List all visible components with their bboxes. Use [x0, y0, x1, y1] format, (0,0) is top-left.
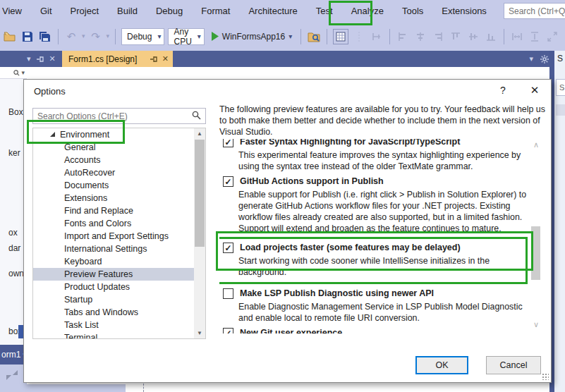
tree-node-task-list[interactable]: Task List — [33, 319, 205, 331]
tree-node-international-settings[interactable]: International Settings — [33, 243, 205, 255]
save-all-icon[interactable] — [38, 30, 52, 44]
quick-search-input[interactable] — [504, 3, 565, 19]
feature-label: GitHub Actions support in Publish — [240, 176, 384, 187]
align-rights-icon[interactable] — [431, 30, 445, 44]
align-middles-icon[interactable] — [466, 30, 480, 44]
tree-node-product-updates[interactable]: Product Updates — [33, 281, 205, 293]
toolbar-separator — [58, 29, 59, 44]
tree-node-keyboard[interactable]: Keyboard — [33, 255, 205, 268]
menu-view[interactable]: View — [0, 0, 31, 22]
tree-node-startup[interactable]: Startup — [33, 293, 205, 306]
document-tab-strip: ▾ ✕ Form1.cs [Design] ✕ ▾ — [0, 51, 554, 67]
tree-node-autorecover[interactable]: AutoRecover — [33, 166, 205, 179]
redo-dropdown-icon[interactable]: ▾ — [107, 33, 110, 39]
start-debugging-button[interactable]: WinFormsApp16 ▾ — [208, 28, 295, 45]
toolbox-item-fragment[interactable]: own — [8, 269, 24, 278]
feature-checkbox[interactable]: ✓ — [223, 176, 233, 187]
menu-test[interactable]: Test — [307, 0, 342, 22]
scroll-up-icon[interactable]: ∧ — [530, 140, 542, 149]
expanded-triangle-icon[interactable] — [50, 132, 55, 137]
undo-dropdown-icon[interactable]: ▾ — [82, 33, 85, 39]
toolbox-item-fragment[interactable]: dar — [8, 243, 20, 253]
feature-checkbox[interactable]: ✓ — [223, 139, 233, 147]
size-to-grid-icon[interactable] — [545, 30, 559, 44]
menu-tools[interactable]: Tools — [393, 0, 432, 22]
feature-item-load-projects-faster: ✓ Load projects faster (some features ma… — [219, 242, 525, 278]
resize-grip[interactable] — [542, 373, 549, 380]
snap-lines-icon[interactable] — [352, 30, 366, 44]
toolbar-separator — [300, 29, 301, 44]
pin-icon[interactable] — [37, 56, 44, 63]
pin-icon[interactable] — [150, 56, 157, 63]
close-dialog-button[interactable]: ✕ — [528, 84, 542, 97]
ok-button[interactable]: OK — [415, 356, 468, 374]
close-icon[interactable]: ✕ — [49, 54, 56, 63]
features-scrollbar[interactable]: ∧ ∨ — [530, 140, 542, 332]
gear-icon[interactable] — [540, 55, 549, 63]
chevron-down-icon[interactable]: ▾ — [529, 54, 533, 63]
menu-debug[interactable]: Debug — [147, 0, 192, 22]
tree-node-fonts-and-colors[interactable]: Fonts and Colors — [33, 217, 205, 230]
scroll-down-icon[interactable]: ▼ — [194, 328, 205, 338]
tab-label: Form1.cs [Design] — [68, 54, 137, 64]
tree-scrollbar[interactable]: ▲ ▼ — [194, 128, 205, 338]
undo-icon[interactable]: ↶ — [64, 30, 78, 44]
chevron-down-icon[interactable]: ▾ — [27, 54, 31, 63]
tree-node-preview-features[interactable]: Preview Features — [33, 268, 205, 281]
platform-combobox[interactable]: Any CPU ▾ — [168, 28, 204, 45]
menu-project[interactable]: Project — [61, 0, 108, 22]
find-in-files-icon[interactable] — [307, 30, 321, 44]
toolbar: ↶ ▾ ↷ ▾ Debug ▾ Any CPU ▾ WinFormsApp16 … — [0, 22, 565, 51]
menu-analyze[interactable]: Analyze — [342, 0, 393, 22]
make-same-height-icon[interactable] — [528, 30, 542, 44]
make-same-width-icon[interactable] — [510, 30, 524, 44]
tree-node-environment[interactable]: Environment — [33, 128, 205, 141]
tree-node-general[interactable]: General — [33, 141, 205, 154]
configuration-combobox[interactable]: Debug ▾ — [121, 28, 164, 45]
align-lefts-icon[interactable] — [396, 30, 410, 44]
cancel-button[interactable]: Cancel — [486, 356, 541, 374]
tab-form1-design[interactable]: Form1.cs [Design] ✕ — [62, 51, 173, 67]
toolbox-item-fragment[interactable]: ox — [8, 228, 18, 238]
feature-description: Enable support for Publish (i.e. right c… — [238, 189, 528, 234]
redo-icon[interactable]: ↷ — [89, 30, 103, 44]
tree-node-documents[interactable]: Documents — [33, 179, 205, 192]
help-button[interactable]: ? — [497, 85, 509, 96]
visual-studio-window: View Git Project Build Debug Format Arch… — [0, 0, 565, 392]
align-tops-icon[interactable] — [449, 30, 463, 44]
menu-build[interactable]: Build — [108, 0, 147, 22]
tree-node-terminal[interactable]: Terminal — [33, 331, 205, 339]
solution-explorer-search-fragment[interactable]: S — [556, 79, 565, 96]
open-file-icon[interactable] — [3, 30, 17, 44]
scrollbar-thumb[interactable] — [531, 226, 540, 280]
snap-to-grid-icon[interactable] — [370, 30, 384, 44]
scroll-up-icon[interactable]: ▲ — [194, 128, 205, 139]
toolbox-item-fragment[interactable]: ker — [8, 148, 20, 158]
tree-node-extensions[interactable]: Extensions — [33, 192, 205, 204]
menu-format[interactable]: Format — [192, 0, 239, 22]
close-tab-icon[interactable]: ✕ — [162, 54, 169, 63]
scrollbar-thumb[interactable] — [195, 140, 205, 247]
feature-description: Start working with code sooner while Int… — [238, 255, 528, 278]
menu-architecture[interactable]: Architecture — [239, 0, 306, 22]
scroll-down-icon[interactable]: ∨ — [530, 320, 542, 329]
tree-node-tabs-and-windows[interactable]: Tabs and Windows — [33, 306, 205, 319]
menu-git[interactable]: Git — [31, 0, 61, 22]
show-grid-icon[interactable] — [333, 29, 348, 44]
toolbox-search[interactable]: ▾ — [0, 67, 27, 79]
tree-node-accounts[interactable]: Accounts — [33, 154, 205, 166]
options-search-input[interactable] — [32, 108, 206, 124]
splitter-handle[interactable] — [143, 384, 144, 392]
tab-strip-controls: ▾ — [529, 51, 549, 67]
tree-node-import-export-settings[interactable]: Import and Export Settings — [33, 230, 205, 243]
feature-checkbox[interactable]: ✓ — [223, 328, 233, 333]
tree-node-find-and-replace[interactable]: Find and Replace — [33, 204, 205, 217]
feature-checkbox[interactable]: ✓ — [223, 243, 233, 253]
feature-checkbox[interactable]: ✓ — [223, 288, 233, 299]
toolbox-item-fragment[interactable]: Box — [8, 107, 23, 117]
align-centers-icon[interactable] — [413, 30, 427, 44]
menu-extensions[interactable]: Extensions — [432, 0, 496, 22]
align-bottoms-icon[interactable] — [484, 30, 498, 44]
toolbar-separator — [389, 29, 390, 44]
save-icon[interactable] — [20, 30, 35, 44]
